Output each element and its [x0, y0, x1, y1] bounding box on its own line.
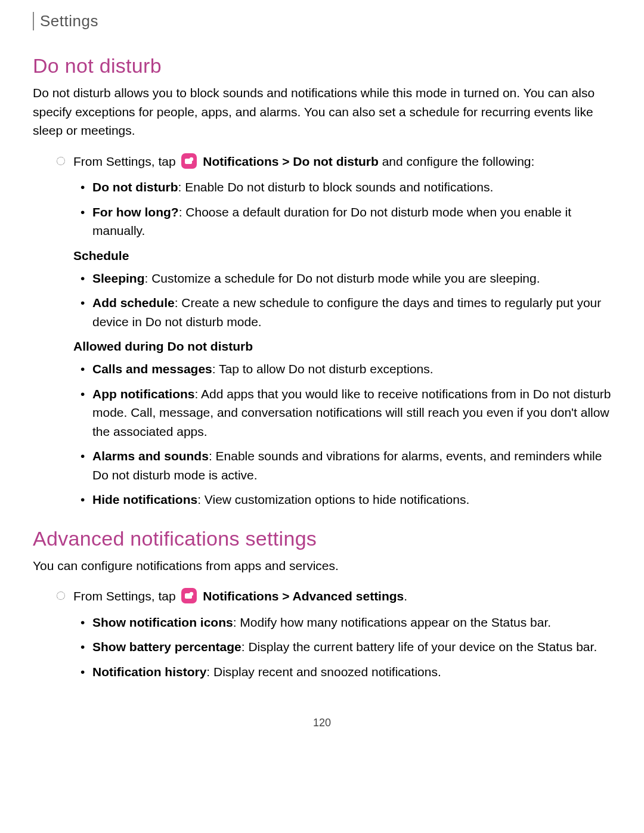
svg-point-3	[190, 592, 193, 596]
list-item: Sleeping: Customize a schedule for Do no…	[80, 269, 611, 288]
list-item: Do not disturb: Enable Do not disturb to…	[80, 178, 611, 197]
page-header: Settings	[33, 12, 611, 30]
step-prefix: From Settings, tap	[73, 154, 179, 168]
desc: : Tap to allow Do not disturb exceptions…	[212, 362, 434, 376]
intro-advanced: You can configure notifications from app…	[33, 556, 611, 575]
step-advanced-text: From Settings, tap Notifications > Advan…	[73, 587, 611, 606]
step-link-dnd: Do not disturb	[293, 154, 378, 168]
step-advanced: From Settings, tap Notifications > Advan…	[57, 587, 611, 606]
list-item: Show notification icons: Modify how many…	[80, 613, 611, 632]
notifications-icon	[181, 153, 197, 169]
term: Sleeping	[92, 271, 145, 285]
step-dnd-text: From Settings, tap Notifications > Do no…	[73, 152, 611, 171]
term: Alarms and sounds	[92, 449, 209, 463]
desc: : Display recent and snoozed notificatio…	[206, 665, 441, 679]
list-item: Show battery percentage: Display the cur…	[80, 637, 611, 657]
term: Notification history	[92, 665, 206, 679]
heading-advanced: Advanced notifications settings	[33, 527, 611, 550]
desc: : Modify how many notifications appear o…	[233, 615, 551, 629]
list-item: Alarms and sounds: Enable sounds and vib…	[80, 447, 611, 484]
dnd-items-a: Do not disturb: Enable Do not disturb to…	[80, 178, 611, 240]
term: Show notification icons	[92, 615, 233, 629]
step-link-notifications: Notifications	[203, 154, 278, 168]
desc: : View customization options to hide not…	[197, 493, 469, 506]
step-sep: >	[278, 589, 292, 603]
term: Calls and messages	[92, 362, 212, 376]
step-suffix: and configure the following:	[379, 154, 535, 168]
step-bullet-icon	[57, 157, 65, 165]
schedule-items: Sleeping: Customize a schedule for Do no…	[80, 269, 611, 332]
allowed-items: Calls and messages: Tap to allow Do not …	[80, 360, 611, 509]
list-item: Calls and messages: Tap to allow Do not …	[80, 360, 611, 379]
step-sep: >	[278, 154, 293, 168]
list-item: For how long?: Choose a default duration…	[80, 203, 611, 240]
step-suffix: .	[404, 589, 407, 603]
heading-do-not-disturb: Do not disturb	[33, 54, 611, 78]
desc: : Enable Do not disturb to block sounds …	[178, 180, 493, 194]
term: For how long?	[92, 205, 179, 219]
advanced-items: Show notification icons: Modify how many…	[80, 613, 611, 682]
subheading-schedule: Schedule	[73, 249, 611, 263]
term: Add schedule	[92, 296, 175, 309]
intro-dnd: Do not disturb allows you to block sound…	[33, 83, 611, 140]
term: Hide notifications	[92, 493, 197, 506]
desc: : Customize a schedule for Do not distur…	[145, 271, 540, 285]
page-header-title: Settings	[40, 12, 98, 30]
step-link-notifications: Notifications	[203, 589, 278, 603]
step-dnd: From Settings, tap Notifications > Do no…	[57, 152, 611, 171]
desc: : Display the current battery life of yo…	[242, 640, 597, 654]
step-bullet-icon	[57, 592, 65, 600]
list-item: App notifications: Add apps that you wou…	[80, 385, 611, 441]
svg-point-1	[190, 157, 193, 160]
list-item: Notification history: Display recent and…	[80, 662, 611, 682]
list-item: Hide notifications: View customization o…	[80, 490, 611, 509]
subheading-allowed: Allowed during Do not disturb	[73, 339, 611, 354]
term: App notifications	[92, 387, 195, 401]
step-prefix: From Settings, tap	[73, 589, 179, 603]
list-item: Add schedule: Create a new schedule to c…	[80, 293, 611, 331]
term: Show battery percentage	[92, 640, 242, 654]
step-link-advanced: Advanced settings	[293, 589, 404, 603]
term: Do not disturb	[92, 180, 178, 194]
page-number: 120	[33, 717, 611, 729]
notifications-icon	[181, 588, 197, 603]
